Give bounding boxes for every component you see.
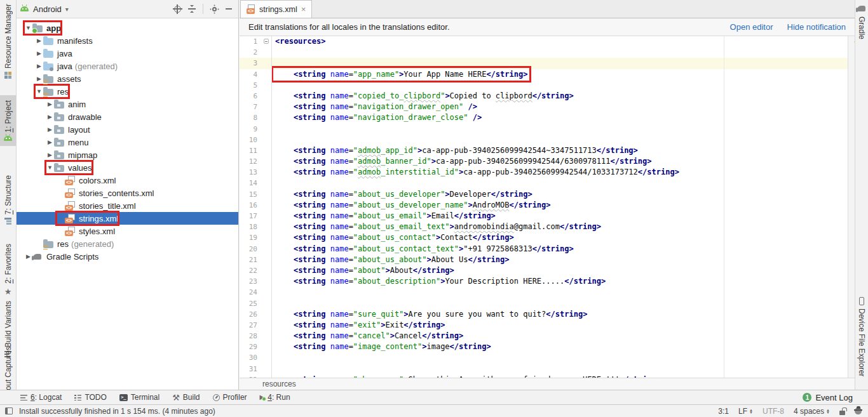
code-line-13[interactable]: 13 <string name="admob_interstitial_id">… [240, 167, 848, 178]
tree-item-res[interactable]: res(generated) [17, 237, 238, 250]
code-line-7[interactable]: 7 <string name="navigation_drawer_open" … [240, 102, 848, 112]
code-line-15[interactable]: 15 <string name="about_us_developer">Dev… [240, 189, 848, 200]
code-line-26[interactable]: 26 <string name="sure_quit">Are you sure… [240, 309, 848, 320]
code-line-22[interactable]: 22 <string name="about">About</string> [240, 265, 848, 276]
tree-item-drawable[interactable]: ▶drawable [17, 110, 238, 123]
code-line-8[interactable]: 8 <string name="navigation_drawer_close"… [240, 112, 848, 123]
code-line-21[interactable]: 21 <string name="about_us_about">About U… [240, 255, 848, 265]
sidebar-item-structure[interactable]: 7: Structure [0, 175, 16, 225]
code-line-4[interactable]: 4 <string name="app_name">Your App Name … [240, 69, 848, 80]
code-line-29[interactable]: 29 <string name="image_content">image</s… [240, 341, 848, 352]
collapse-all-button[interactable] [186, 3, 198, 15]
chevron-down-icon[interactable]: ▾ [65, 6, 69, 13]
code-editor[interactable]: 1<resources>234 <string name="app_name">… [240, 36, 855, 378]
caret-position[interactable]: 3:1 [718, 407, 729, 416]
event-log-button[interactable]: 1 Event Log [803, 393, 853, 402]
tree-item-app[interactable]: ▼app [17, 22, 238, 34]
locate-file-button[interactable] [172, 3, 183, 15]
fold-gutter [257, 69, 271, 80]
chevron-right-icon[interactable]: ▶ [46, 152, 54, 158]
code-line-28[interactable]: 28 <string name="cancel">Cancel</string> [240, 331, 848, 341]
code-line-19[interactable]: 19 <string name="about_us_contact">Conta… [240, 232, 848, 243]
tree-item-strings.xml[interactable]: <>strings.xml [17, 212, 238, 225]
toolwindow-button-todo[interactable]: TODO [68, 390, 112, 404]
tree-item-colors.xml[interactable]: <>colors.xml [17, 174, 238, 187]
breadcrumb[interactable]: resources [240, 378, 855, 390]
tree-item-java[interactable]: ▶java [17, 47, 238, 60]
chevron-down-icon[interactable]: ▼ [35, 88, 43, 95]
tree-item-menu[interactable]: ▶menu [17, 136, 238, 149]
code-line-11[interactable]: 11 <string name="admob_app_id">ca-app-pu… [240, 145, 848, 156]
sidebar-item-favorites[interactable]: 2: Favorites★ [0, 244, 16, 296]
toolwindow-toggle-icon[interactable] [5, 407, 13, 414]
line-number: 24 [240, 287, 257, 298]
toolwindow-button-profiler[interactable]: Profiler [207, 390, 254, 404]
toolwindow-button-run[interactable]: ▶4: Run [254, 390, 297, 404]
settings-button[interactable] [208, 3, 220, 15]
sidebar-item-gradle[interactable]: Gradle [855, 4, 868, 39]
editor-scrollbar[interactable]: ✓✓ [848, 36, 855, 378]
project-view-selector[interactable]: Android [33, 4, 62, 14]
chevron-right-icon[interactable]: ▶ [46, 114, 54, 120]
indent-selector[interactable]: 4 spaces▲▼ [794, 407, 830, 416]
code-line-32[interactable]: 32 <string name="share_app">Share this A… [240, 374, 848, 378]
chevron-right-icon[interactable]: ▶ [35, 76, 43, 82]
code-line-17[interactable]: 17 <string name="about_us_email">Email</… [240, 211, 848, 222]
toolwindow-button-build[interactable]: ⚒Build [166, 390, 206, 404]
hide-panel-button[interactable] [223, 3, 234, 15]
code-line-6[interactable]: 6 <string name="copied_to_clipbord">Copi… [240, 91, 848, 102]
chevron-down-icon[interactable]: ▼ [46, 164, 54, 171]
chevron-right-icon[interactable]: ▶ [46, 139, 54, 145]
open-editor-link[interactable]: Open editor [730, 22, 773, 32]
hide-notification-link[interactable]: Hide notification [787, 22, 846, 32]
code-line-27[interactable]: 27 <string name="exit">Exit</string> [240, 320, 848, 331]
code-line-2[interactable]: 2 [240, 47, 848, 58]
line-ending-selector[interactable]: LF▲▼ [738, 407, 753, 416]
lock-icon[interactable] [839, 411, 845, 415]
code-line-1[interactable]: 1<resources> [240, 36, 848, 47]
sidebar-item-project[interactable]: 1: Project [0, 95, 16, 146]
tree-item-manifests[interactable]: ▶manifests [17, 34, 238, 47]
chevron-right-icon[interactable]: ▶ [35, 37, 43, 44]
tree-item-mipmap[interactable]: ▶mipmap [17, 149, 238, 161]
tree-item-stories-title.xml[interactable]: <>stories_title.xml [17, 199, 238, 212]
chevron-right-icon[interactable]: ▶ [46, 126, 54, 133]
tab-strings-xml[interactable]: <> strings.xml × [240, 0, 312, 18]
tree-item-java[interactable]: ▶java(generated) [17, 60, 238, 72]
code-line-3[interactable]: 3 [240, 58, 848, 69]
code-line-23[interactable]: 23 <string name="about_description">Your… [240, 276, 848, 287]
toolwindow-button-terminal[interactable]: >_Terminal [113, 390, 166, 404]
code-line-30[interactable]: 30 [240, 352, 848, 363]
tree-item-values[interactable]: ▼values [17, 161, 238, 174]
code-line-9[interactable]: 9 [240, 124, 848, 135]
breadcrumb-item-resources[interactable]: resources [262, 380, 296, 388]
code-line-25[interactable]: 25 [240, 298, 848, 309]
tree-item-gradle-scripts[interactable]: ▶Gradle Scripts [17, 250, 238, 263]
code-line-18[interactable]: 18 <string name="about_us_email_text">an… [240, 222, 848, 232]
sidebar-item-layout-captures[interactable]: Layout Captures [0, 347, 16, 390]
chevron-right-icon[interactable]: ▶ [35, 50, 43, 56]
code-line-12[interactable]: 12 <string name="admob_banner_id">ca-app… [240, 156, 848, 167]
close-icon[interactable]: × [301, 4, 306, 14]
code-line-10[interactable]: 10 [240, 135, 848, 145]
fold-icon[interactable] [264, 39, 269, 44]
detective-icon[interactable] [855, 407, 862, 414]
tree-item-styles.xml[interactable]: <>styles.xml [17, 225, 238, 237]
code-line-14[interactable]: 14 [240, 178, 848, 189]
toolwindow-button-logcat[interactable]: 6: Logcat [14, 390, 68, 404]
tree-item-stories-contents.xml[interactable]: <>stories_contents.xml [17, 187, 238, 199]
sidebar-item-device-file-explorer[interactable]: Device File Explorer [855, 297, 868, 376]
chevron-right-icon[interactable]: ▶ [35, 63, 43, 69]
code-line-20[interactable]: 20 <string name="about_us_contact_text">… [240, 244, 848, 255]
chevron-right-icon[interactable]: ▶ [46, 101, 54, 107]
sidebar-item-resource-manager[interactable]: Resource Manager [0, 4, 16, 79]
tree-item-res[interactable]: ▼res [17, 85, 238, 98]
code-line-16[interactable]: 16 <string name="about_us_developer_name… [240, 200, 848, 211]
file-encoding[interactable]: UTF-8 [763, 407, 784, 416]
code-line-5[interactable]: 5 [240, 80, 848, 91]
code-line-31[interactable]: 31 [240, 364, 848, 374]
tree-item-layout[interactable]: ▶layout [17, 123, 238, 136]
tree-item-anim[interactable]: ▶anim [17, 98, 238, 110]
tree-item-assets[interactable]: ▶assets [17, 72, 238, 85]
code-line-24[interactable]: 24 [240, 287, 848, 298]
